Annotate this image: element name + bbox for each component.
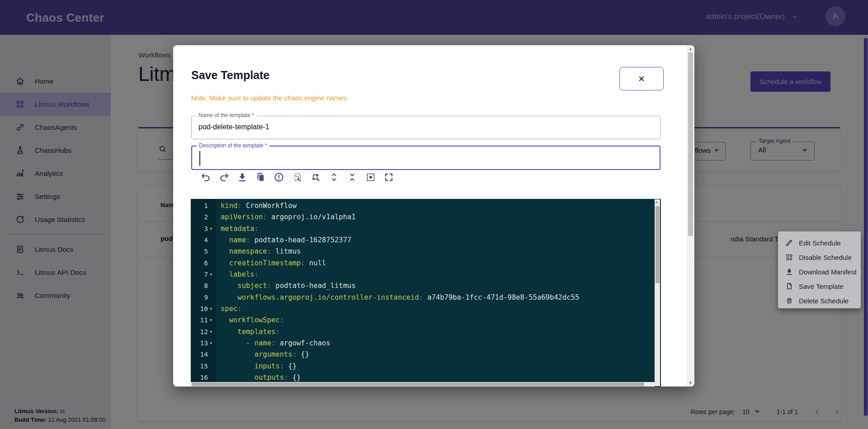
yaml-editor[interactable]: 1kind: CronWorkflow2apiVersion: argoproj…	[191, 199, 661, 387]
modal-title: Save Template	[191, 69, 269, 82]
template-name-value: pod-delete-template-1	[198, 123, 269, 131]
copy-icon[interactable]	[255, 172, 266, 183]
editor-line: 6 creationTimestamp: null	[191, 258, 661, 269]
editor-line: 8 subject: podtato-head_litmus	[191, 280, 661, 292]
scroll-up-icon[interactable]: ▲	[656, 200, 658, 204]
close-button[interactable]: ✕	[619, 67, 664, 90]
menu-item-label: Delete Schedule	[799, 297, 849, 305]
pencil-icon	[785, 239, 793, 247]
editor-line: 2apiVersion: argoproj.io/v1alpha1	[191, 212, 661, 223]
editor-line: 7▼ labels:	[191, 269, 661, 280]
scroll-up-icon[interactable]: ▲	[689, 47, 693, 51]
menu-item-label: Edit Schedule	[799, 239, 841, 247]
fullscreen-icon[interactable]	[383, 172, 394, 183]
modal-scrollbar[interactable]: ▲ ▼	[687, 45, 694, 387]
find-in-page-icon[interactable]	[292, 172, 303, 183]
menu-item-label: Disable Schedule	[799, 254, 852, 261]
editor-line: 9 workflows.argoproj.io/controller-insta…	[191, 292, 661, 303]
menu-item-label: Save Template	[799, 283, 844, 290]
select-all-icon[interactable]	[365, 172, 376, 183]
scroll-down-icon[interactable]: ▼	[689, 381, 693, 385]
chaos-center-app: Chaos Center admin's project(Owner) A Ho…	[0, 0, 868, 429]
download-icon[interactable]	[237, 172, 248, 183]
template-name-label: Name of the template *	[196, 112, 256, 118]
editor-line: 11▼ workflowSpec:	[191, 315, 661, 326]
redo-icon[interactable]	[219, 172, 230, 183]
editor-horizontal-scrollbar[interactable]	[191, 382, 655, 387]
menu-item-label: Download Manifest	[799, 268, 857, 276]
editor-toolbar	[200, 172, 394, 183]
menu-item-disable-schedule[interactable]: Disable Schedule	[778, 250, 861, 264]
undo-icon[interactable]	[200, 172, 211, 183]
text-cursor	[199, 151, 200, 166]
find-replace-icon[interactable]	[310, 172, 321, 183]
editor-line: 15 inputs: {}	[191, 361, 661, 372]
fold-arrow-icon[interactable]: ▼	[210, 326, 215, 338]
modal-note: Note: Make sure to update the chaos engi…	[191, 94, 347, 102]
fold-arrow-icon[interactable]: ▼	[210, 303, 215, 315]
close-icon: ✕	[638, 74, 645, 84]
editor-line: 13▼ - name: argowf-chaos	[191, 338, 661, 349]
template-description-field[interactable]: Description of the template *	[191, 146, 660, 170]
fold-arrow-icon[interactable]: ▼	[210, 338, 215, 349]
workflows-icon	[785, 253, 793, 261]
editor-line: 1kind: CronWorkflow	[191, 200, 661, 212]
download-icon	[785, 268, 793, 276]
window-scrollbar[interactable]	[864, 38, 868, 416]
editor-line: 4 name: podtato-head-1628752377	[191, 235, 661, 246]
menu-item-edit-schedule[interactable]: Edit Schedule	[778, 236, 861, 250]
template-name-field[interactable]: Name of the template * pod-delete-templa…	[191, 116, 660, 139]
error-outline-icon[interactable]	[274, 172, 284, 183]
fold-arrow-icon[interactable]: ▼	[210, 223, 215, 235]
fold-arrow-icon[interactable]: ▼	[210, 269, 215, 280]
schedule-context-menu: Edit ScheduleDisable ScheduleDownload Ma…	[778, 231, 861, 308]
template-description-label: Description of the template *	[197, 142, 269, 149]
editor-line: 14 arguments: {}	[191, 349, 661, 360]
editor-vertical-scrollbar[interactable]: ▲	[655, 199, 660, 386]
save-template-modal: Save Template Note: Make sure to update …	[173, 45, 694, 387]
editor-line: 3▼metadata:	[191, 223, 661, 235]
modal-scroll-thumb[interactable]	[688, 52, 693, 236]
editor-line: 12▼ templates:	[191, 326, 661, 338]
unfold-less-icon[interactable]	[347, 172, 358, 183]
trash-icon	[785, 297, 793, 305]
fold-arrow-icon[interactable]: ▼	[210, 315, 215, 326]
menu-item-download-manifest[interactable]: Download Manifest	[778, 264, 861, 279]
menu-item-delete-schedule[interactable]: Delete Schedule	[778, 293, 861, 308]
editor-line: 10▼spec:	[191, 303, 661, 315]
unfold-more-icon[interactable]	[329, 172, 340, 183]
editor-line: 5 namespace: litmus	[191, 246, 661, 257]
menu-item-save-template[interactable]: Save Template	[778, 279, 861, 293]
file-icon	[785, 282, 793, 290]
